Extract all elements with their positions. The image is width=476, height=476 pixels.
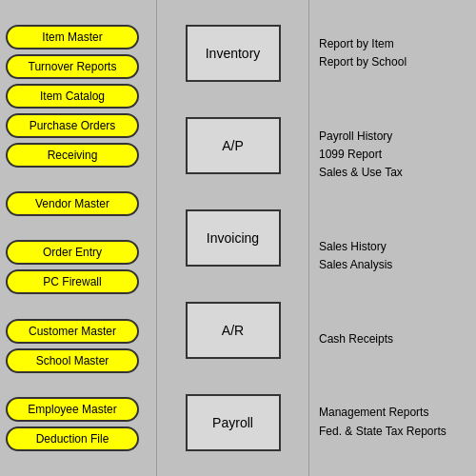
btn-item-master[interactable]: Item Master [6,25,139,50]
module-payroll[interactable]: Payroll [186,394,281,451]
group-inventory-group: Item MasterTurnover ReportsItem CatalogP… [6,25,150,168]
btn-customer-master[interactable]: Customer Master [6,319,139,344]
group-ar-group: Customer MasterSchool Master [6,319,150,373]
report-link-1099-report[interactable]: 1099 Report [319,146,466,164]
group-invoicing-group: Order EntryPC Firewall [6,240,150,294]
btn-vendor-master[interactable]: Vendor Master [6,191,139,216]
btn-order-entry[interactable]: Order Entry [6,240,139,265]
group-payroll-group: Employee MasterDeduction File [6,397,150,451]
left-column: Item MasterTurnover ReportsItem CatalogP… [0,0,157,476]
reports-section-payroll: Management ReportsFed. & State Tax Repor… [319,404,466,440]
btn-pc-firewall[interactable]: PC Firewall [6,269,139,294]
report-link-report-by-school[interactable]: Report by School [319,53,466,71]
reports-section-invoicing: Sales HistorySales Analysis [319,238,466,274]
report-link-management-reports[interactable]: Management Reports [319,404,466,422]
module-invoicing[interactable]: Invoicing [186,209,281,267]
report-link-fed-state-tax-reports[interactable]: Fed. & State Tax Reports [319,423,466,441]
btn-deduction-file[interactable]: Deduction File [6,426,139,451]
report-link-sales-analysis[interactable]: Sales Analysis [319,256,466,274]
btn-receiving[interactable]: Receiving [6,143,139,168]
reports-section-ap: Payroll History1099 ReportSales & Use Ta… [319,128,466,183]
btn-school-master[interactable]: School Master [6,348,139,373]
reports-section-ar: Cash Receipts [319,330,466,348]
module-inventory[interactable]: Inventory [186,25,281,82]
btn-item-catalog[interactable]: Item Catalog [6,84,139,109]
middle-column: InventoryA/PInvoicingA/RPayroll [157,0,309,476]
report-link-sales-history[interactable]: Sales History [319,238,466,256]
module-ap[interactable]: A/P [186,117,281,174]
right-column: Report by ItemReport by SchoolPayroll Hi… [309,0,476,476]
btn-employee-master[interactable]: Employee Master [6,397,139,422]
report-link-report-by-item[interactable]: Report by Item [319,35,466,53]
group-ap-group: Vendor Master [6,191,150,216]
report-link-cash-receipts[interactable]: Cash Receipts [319,330,466,348]
module-ar[interactable]: A/R [186,302,281,359]
reports-section-inventory: Report by ItemReport by School [319,35,466,71]
btn-turnover-reports[interactable]: Turnover Reports [6,54,139,79]
report-link-payroll-history[interactable]: Payroll History [319,128,466,146]
report-link-sales-use-tax[interactable]: Sales & Use Tax [319,164,466,182]
btn-purchase-orders[interactable]: Purchase Orders [6,113,139,138]
